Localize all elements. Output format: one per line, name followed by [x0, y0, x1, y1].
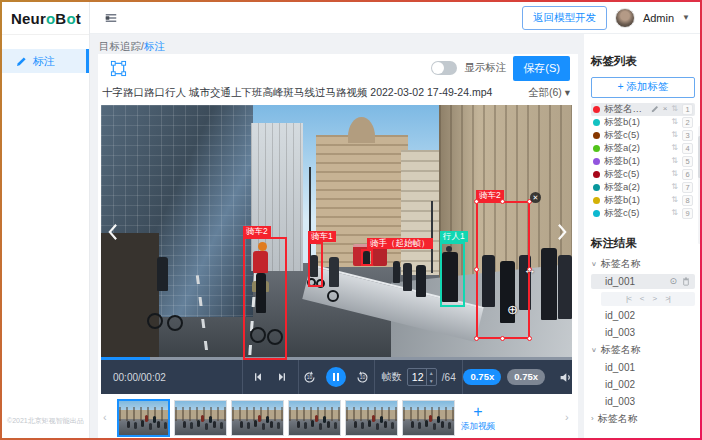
edit-tag-icon[interactable] — [651, 105, 659, 113]
step-up-icon[interactable]: ▲ — [427, 369, 436, 377]
result-group-header[interactable]: ∨标签名称 — [591, 257, 695, 272]
sidebar-item-label: 标注 — [33, 54, 55, 69]
result-item-selected[interactable]: id_001 ⊙ — [591, 274, 695, 289]
pager-last-icon[interactable]: >| — [665, 294, 670, 303]
visibility-icon[interactable]: ⊙ — [669, 277, 677, 286]
result-item[interactable]: id_003 — [591, 325, 695, 340]
player-controls: 00:00/00:02 10 10 帧数 12 ▲▼ /64 0.75x — [101, 360, 572, 394]
tag-order-badge: 2 — [682, 117, 693, 128]
resize-handle[interactable] — [500, 336, 505, 341]
delete-tag-icon[interactable]: × — [663, 105, 668, 113]
delete-bbox-icon[interactable]: ✕ — [530, 192, 541, 203]
sort-tag-icon[interactable]: ⇅ — [671, 170, 678, 178]
sort-tag-icon[interactable]: ⇅ — [671, 209, 678, 217]
video-thumbnail[interactable] — [231, 400, 284, 436]
username[interactable]: Admin — [643, 12, 674, 24]
next-video-arrow[interactable] — [557, 223, 568, 245]
tag-list-item[interactable]: 标签a(2)⇅4 — [591, 142, 695, 155]
tag-list-item[interactable]: 标签c(5)⇅9 — [591, 207, 695, 220]
bbox-cyclist-2-selected[interactable]: 骑车2 ✕ ↔ ⊕ — [476, 201, 530, 339]
back-to-model-dev-button[interactable]: 返回模型开发 — [522, 6, 607, 30]
filter-dropdown[interactable]: 全部(6) ▾ — [528, 86, 570, 100]
resize-handle[interactable] — [474, 336, 479, 341]
tag-order-badge: 7 — [682, 182, 693, 193]
save-button[interactable]: 保存(S) — [513, 56, 570, 81]
bbox-pedestrian-1[interactable]: 行人1 — [440, 242, 465, 307]
video-thumbnail[interactable] — [402, 400, 455, 436]
sort-tag-icon[interactable]: ⇅ — [671, 144, 678, 152]
tag-list-item[interactable]: 标签名字最长数... × ⇅ 1 — [591, 103, 695, 116]
scene-pedestrian — [403, 263, 412, 291]
bbox-label: 骑车2 — [243, 226, 271, 237]
tag-order-badge: 3 — [682, 130, 693, 141]
bbox-rider-start-frame[interactable]: 骑手（起始帧） — [361, 249, 373, 266]
tag-list-item[interactable]: 标签a(2)⇅7 — [591, 181, 695, 194]
pager-prev-icon[interactable]: < — [640, 294, 644, 303]
resize-handle[interactable] — [474, 199, 479, 204]
sort-tag-icon[interactable]: ⇅ — [671, 131, 678, 139]
result-item[interactable]: id_002 — [591, 377, 695, 392]
collapse-menu-icon[interactable] — [104, 11, 118, 25]
active-indicator — [86, 49, 89, 73]
tag-list-scrollbar[interactable] — [698, 126, 700, 244]
breadcrumb-current: 标注 — [144, 40, 165, 52]
rewind-10-icon[interactable]: 10 — [302, 370, 317, 385]
trash-icon[interactable] — [682, 277, 690, 286]
resize-handle[interactable] — [527, 336, 532, 341]
sort-tag-icon[interactable]: ⇅ — [671, 105, 678, 113]
tag-list-item[interactable]: 标签c(5)⇅3 — [591, 129, 695, 142]
bbox-cyclist-2[interactable]: 骑车2 — [243, 237, 287, 360]
forward-10-icon[interactable]: 10 — [355, 370, 370, 385]
frame-number-value[interactable]: 12 — [408, 369, 426, 385]
sort-tag-icon[interactable]: ⇅ — [671, 196, 678, 204]
user-menu-caret-icon[interactable]: ▼ — [682, 13, 690, 22]
result-group-header[interactable]: ∨标签名称 — [591, 343, 695, 358]
video-thumbnail[interactable] — [174, 400, 227, 436]
sort-tag-icon[interactable]: ⇅ — [671, 183, 678, 191]
step-down-icon[interactable]: ▼ — [427, 377, 436, 385]
breadcrumb-parent[interactable]: 目标追踪 — [99, 40, 141, 52]
result-group-header[interactable]: ›标签名称 — [591, 412, 695, 427]
sidebar-item-annotate[interactable]: 标注 — [2, 49, 89, 73]
pause-button[interactable] — [326, 367, 346, 387]
chevron-down-icon: ∨ — [591, 260, 597, 267]
pager-first-icon[interactable]: |< — [626, 294, 631, 303]
user-avatar[interactable] — [615, 8, 635, 28]
frame-number-input[interactable]: 12 ▲▼ — [407, 368, 437, 386]
result-item[interactable]: id_002 — [591, 308, 695, 323]
filmstrip-next-icon[interactable]: › — [565, 411, 569, 423]
rect-select-tool-icon[interactable] — [110, 60, 127, 77]
tag-list-item[interactable]: 标签b(1)⇅8 — [591, 194, 695, 207]
add-tag-button[interactable]: + 添加标签 — [591, 77, 695, 98]
scene-pedestrian — [558, 255, 572, 319]
scene-cyclist — [157, 257, 168, 291]
add-video-button[interactable]: + 添加视频 — [459, 400, 497, 438]
video-titlebar: 十字路口路口行人 城市交通上下班高峰斑马线过马路视频 2022-03-02 17… — [102, 82, 570, 104]
video-thumbnail-selected[interactable] — [117, 399, 170, 437]
result-item[interactable]: id_001 — [591, 360, 695, 375]
show-annotation-toggle[interactable] — [431, 61, 457, 75]
pager-next-icon[interactable]: > — [653, 294, 657, 303]
prev-frame-icon[interactable] — [252, 371, 264, 383]
prev-video-arrow[interactable] — [107, 223, 118, 245]
tag-list-item[interactable]: 标签c(5)⇅6 — [591, 168, 695, 181]
progress-bar[interactable] — [101, 357, 572, 360]
result-item[interactable]: id_003 — [591, 394, 695, 409]
video-player[interactable]: 骑车2 骑车1 骑手（起始帧） 行人1 骑车2 ✕ ↔ ⊕ — [101, 105, 572, 360]
next-frame-icon[interactable] — [276, 371, 288, 383]
tag-list-item[interactable]: 标签b(1)⇅2 — [591, 116, 695, 129]
speed-pill-active[interactable]: 0.75x — [463, 369, 501, 385]
resize-handle[interactable] — [500, 199, 505, 204]
tag-order-badge: 6 — [682, 169, 693, 180]
bbox-cyclist-1[interactable]: 骑车1 — [308, 242, 323, 287]
filmstrip-prev-icon[interactable]: ‹ — [103, 411, 107, 423]
video-thumbnail[interactable] — [288, 400, 341, 436]
sort-tag-icon[interactable]: ⇅ — [671, 118, 678, 126]
resize-handle[interactable] — [474, 267, 479, 272]
sort-tag-icon[interactable]: ⇅ — [671, 157, 678, 165]
video-thumbnail[interactable] — [345, 400, 398, 436]
volume-icon[interactable] — [559, 371, 572, 384]
tag-list-item[interactable]: 标签b(1)⇅5 — [591, 155, 695, 168]
frame-stepper: ▲▼ — [426, 369, 436, 385]
speed-pill-inactive[interactable]: 0.75x — [507, 369, 545, 385]
